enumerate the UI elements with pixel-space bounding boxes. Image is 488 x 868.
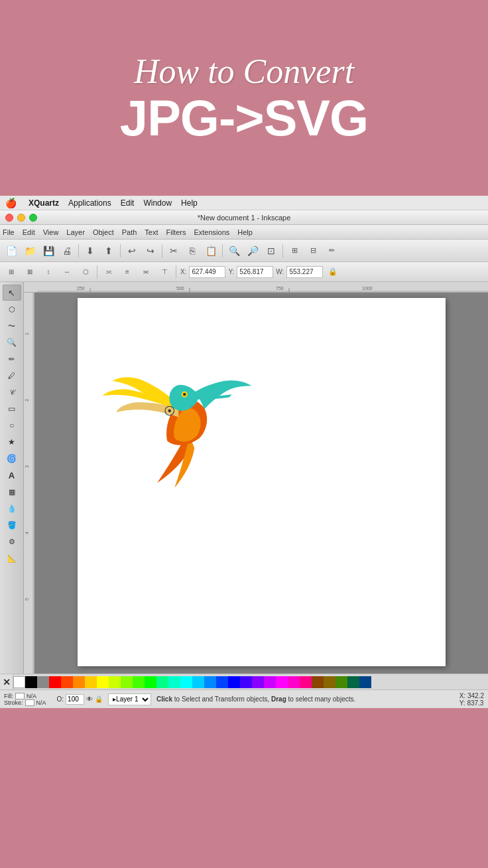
x-input[interactable] [189,266,225,278]
align-center-button[interactable]: ≡ [119,263,136,281]
color-turquoise[interactable] [168,676,180,688]
color-orange-red[interactable] [61,676,73,688]
import-button[interactable]: ⬇ [82,242,99,259]
node-tool[interactable]: ⬡ [3,301,21,317]
menu-object[interactable]: Object [93,228,114,236]
snap2-button[interactable]: ⊟ [304,242,322,259]
selector-tool[interactable]: ↖ [3,285,21,301]
align-right-button[interactable]: ⫘ [137,263,154,281]
color-mint[interactable] [156,676,168,688]
color-violet[interactable] [252,676,264,688]
menubar-window[interactable]: Window [143,198,172,208]
tweak-tool[interactable]: 〜 [3,318,21,334]
zoom-out-button[interactable]: 🔎 [244,242,261,259]
y-input[interactable] [237,266,273,278]
w-input[interactable] [286,266,323,278]
text-tool[interactable]: A [3,467,21,483]
color-white[interactable] [13,676,25,688]
color-green2[interactable] [133,676,145,688]
color-navy[interactable] [359,676,371,688]
pen-tool[interactable]: 🖊 [3,368,21,384]
pen-mode-button[interactable]: ✏ [323,242,340,259]
zoom-fit-button[interactable]: ⊡ [263,242,280,259]
color-magenta[interactable] [276,676,288,688]
color-black[interactable] [25,676,37,688]
measure-tool[interactable]: 📐 [3,550,21,566]
rectangle-tool[interactable]: ▭ [3,401,21,417]
paint-bucket-tool[interactable]: 🪣 [3,517,21,533]
open-button[interactable]: 📁 [21,242,38,259]
color-gray[interactable] [37,676,49,688]
save-button[interactable]: 💾 [40,242,57,259]
color-light-green[interactable] [121,676,133,688]
color-brown[interactable] [312,676,324,688]
color-blue2[interactable] [204,676,216,688]
color-purple[interactable] [264,676,276,688]
layer-dropdown[interactable]: ▸Layer 1 [108,693,151,705]
toolbar2-btn1[interactable]: ⊞ [3,263,20,281]
stroke-color-box[interactable] [25,699,34,706]
canvas-area[interactable] [34,293,488,674]
menubar-applications[interactable]: Applications [68,198,111,208]
drawing-canvas[interactable] [78,298,446,666]
color-cyan[interactable] [180,676,192,688]
menu-text[interactable]: Text [145,228,158,236]
menu-view[interactable]: View [43,228,59,236]
circle-tool[interactable]: ○ [3,417,21,433]
connector-tool[interactable]: ⚙ [3,534,21,549]
spiral-tool[interactable]: 🌀 [3,451,21,467]
menu-edit[interactable]: Edit [23,228,35,236]
menu-file[interactable]: File [3,228,15,236]
menu-layer[interactable]: Layer [66,228,85,236]
toolbar2-btn2[interactable]: ⊠ [21,263,38,281]
zoom-in-button[interactable]: 🔍 [225,242,243,259]
menu-filters[interactable]: Filters [166,228,186,236]
minimize-button[interactable] [17,214,25,222]
menubar-help[interactable]: Help [181,198,198,208]
align-left-button[interactable]: ⫗ [100,263,117,281]
print-button[interactable]: 🖨 [58,242,76,259]
color-orange[interactable] [73,676,85,688]
dropper-tool[interactable]: 💧 [3,500,21,516]
menu-path[interactable]: Path [122,228,137,236]
color-pink[interactable] [288,676,300,688]
redo-button[interactable]: ↪ [142,242,159,259]
menubar-edit[interactable]: Edit [121,198,135,208]
menu-extensions[interactable]: Extensions [194,228,229,236]
color-hot-pink[interactable] [300,676,312,688]
maximize-button[interactable] [29,214,37,222]
new-button[interactable]: 📄 [3,242,20,259]
menubar-xquartz[interactable]: XQuartz [29,198,59,208]
export-button[interactable]: ⬆ [100,242,117,259]
toolbar2-btn4[interactable]: ↔ [58,263,76,281]
zoom-tool[interactable]: 🔍 [3,334,21,350]
color-indigo[interactable] [240,676,252,688]
star-tool[interactable]: ★ [3,434,21,450]
pencil-tool[interactable]: ✏ [3,351,21,367]
gradient-tool[interactable]: ▦ [3,484,21,500]
color-dark-green[interactable] [336,676,347,688]
undo-button[interactable]: ↩ [123,242,141,259]
close-button[interactable] [5,214,13,222]
apple-icon[interactable]: 🍎 [5,198,17,208]
color-forest[interactable] [347,676,359,688]
opacity-input[interactable] [66,694,84,705]
fill-color-box[interactable] [15,693,25,699]
lock-button[interactable]: 🔒 [324,263,341,281]
color-blue3[interactable] [216,676,228,688]
paste-button[interactable]: 📋 [202,242,219,259]
color-dark-yellow[interactable] [324,676,336,688]
cut-button[interactable]: ✂ [165,242,182,259]
color-blue[interactable] [228,676,240,688]
no-color-swatch[interactable]: ✕ [0,674,13,689]
toolbar2-btn3[interactable]: ↕ [40,263,57,281]
copy-button[interactable]: ⎘ [184,242,201,259]
snap-button[interactable]: ⊞ [286,242,303,259]
color-sky-blue[interactable] [192,676,204,688]
color-yellow[interactable] [97,676,109,688]
color-yellow-orange[interactable] [85,676,97,688]
color-yellow-green[interactable] [109,676,121,688]
menu-help[interactable]: Help [237,228,253,236]
toolbar2-btn5[interactable]: ⬡ [77,263,94,281]
color-green[interactable] [145,676,156,688]
